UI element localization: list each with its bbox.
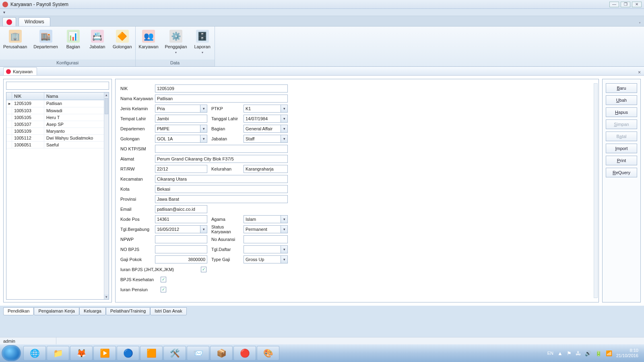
date-tgl-daftar[interactable]: ▾ bbox=[244, 245, 288, 253]
table-row[interactable]: 1005112Dwi Wahyu Sudiatmoko bbox=[6, 135, 109, 142]
chevron-down-icon[interactable]: ▾ bbox=[281, 225, 288, 233]
minimize-button[interactable]: — bbox=[609, 2, 619, 7]
field-kelurahan[interactable]: Karangraharja bbox=[244, 165, 288, 173]
field-kecamatan[interactable]: Cikarang Utara bbox=[155, 175, 288, 183]
field-rtrw[interactable]: 22/12 bbox=[155, 165, 207, 173]
tray-network-icon[interactable]: 🖧 bbox=[576, 350, 581, 356]
field-kota[interactable]: Bekasi bbox=[155, 185, 288, 193]
field-gaji-pokok[interactable]: 3800000 bbox=[155, 255, 207, 263]
ribbon-item-penggajian[interactable]: ⚙️Penggajian▾ bbox=[162, 28, 190, 60]
taskbar-explorer-icon[interactable]: 📁 bbox=[47, 346, 69, 360]
chevron-down-icon[interactable]: ▾ bbox=[200, 135, 207, 143]
date-tanggal-lahir[interactable]: 14/07/1984▾ bbox=[244, 115, 288, 123]
tray-volume-icon[interactable]: 🔊 bbox=[585, 350, 591, 356]
table-row[interactable]: 1006051Saeful bbox=[6, 142, 109, 148]
chevron-down-icon[interactable]: ▾ bbox=[281, 245, 288, 253]
combo-departemen[interactable]: PMPE▾ bbox=[155, 125, 207, 133]
search-input[interactable] bbox=[6, 82, 109, 90]
field-alamat[interactable]: Perum Grand Cikarang City Blok F37/5 bbox=[155, 155, 288, 163]
ribbon-item-departemen[interactable]: 🏬Departemen bbox=[30, 28, 61, 60]
detail-tab[interactable]: Pendidikan bbox=[3, 307, 34, 315]
ubah-button[interactable]: Ubah bbox=[606, 95, 637, 105]
combo-jabatan[interactable]: Staff▾ bbox=[244, 135, 288, 143]
tray-clock[interactable]: 8:10 21/10/2016 bbox=[616, 348, 638, 358]
col-header-nama[interactable]: Nama bbox=[44, 93, 109, 100]
close-button[interactable]: ✕ bbox=[632, 2, 642, 7]
table-row[interactable]: 1005109Maryanto bbox=[6, 128, 109, 135]
field-kode-pos[interactable]: 14361 bbox=[155, 215, 207, 223]
tray-action-center-icon[interactable]: ⚑ bbox=[567, 350, 572, 356]
chevron-down-icon[interactable]: ▾ bbox=[281, 125, 288, 133]
taskbar-media-icon[interactable]: ▶️ bbox=[93, 346, 116, 360]
baru-button[interactable]: Baru bbox=[606, 83, 637, 93]
scroll-thumb[interactable] bbox=[105, 98, 108, 114]
ribbon-collapse-icon[interactable]: ˅ bbox=[639, 22, 641, 26]
chevron-down-icon[interactable]: ▾ bbox=[281, 115, 288, 123]
chevron-down-icon[interactable]: ▾ bbox=[281, 255, 288, 263]
scroll-up-icon[interactable]: ▴ bbox=[104, 93, 109, 97]
chevron-down-icon[interactable]: ▾ bbox=[200, 125, 207, 133]
field-ktp[interactable] bbox=[155, 145, 288, 153]
field-nik[interactable]: 1205109 bbox=[155, 84, 288, 93]
chevron-down-icon[interactable]: ▾ bbox=[281, 135, 288, 143]
taskbar-xampp-icon[interactable]: 🟧 bbox=[140, 346, 163, 360]
qat-dropdown-icon[interactable]: ▾ bbox=[3, 10, 5, 14]
tray-flag-icon[interactable]: ▲ bbox=[557, 350, 563, 356]
combo-ptkp[interactable]: K1▾ bbox=[244, 105, 288, 113]
hapus-button[interactable]: Hapus bbox=[606, 107, 637, 117]
ribbon-item-jabatan[interactable]: 📇Jabatan bbox=[85, 28, 109, 60]
taskbar-payroll-icon[interactable]: 🔴 bbox=[233, 346, 256, 360]
check-iuran-bpjs[interactable]: ✓ bbox=[201, 267, 206, 272]
document-tab-karyawan[interactable]: Karyawan bbox=[3, 67, 37, 75]
form-scrollbar[interactable] bbox=[594, 83, 598, 298]
field-npwp[interactable] bbox=[155, 235, 207, 243]
tray-wifi-icon[interactable]: 📶 bbox=[606, 350, 612, 356]
field-provinsi[interactable]: Jawa Barat bbox=[155, 195, 288, 203]
simpan-button[interactable]: Simpan bbox=[606, 119, 637, 129]
check-bpjs-kesehatan[interactable]: ✓ bbox=[161, 277, 166, 282]
ribbon-item-bagian[interactable]: 📊Bagian bbox=[61, 28, 85, 60]
ribbon-item-golongan[interactable]: 🔶Golongan bbox=[109, 28, 135, 60]
combo-status-karyawan[interactable]: Permanent▾ bbox=[244, 225, 288, 233]
taskbar-ie-icon[interactable]: 🌐 bbox=[23, 346, 46, 360]
taskbar-chrome-icon[interactable]: 🔵 bbox=[117, 346, 139, 360]
combo-bagian[interactable]: General Affair▾ bbox=[244, 125, 288, 133]
start-button[interactable] bbox=[2, 345, 21, 361]
table-row[interactable]: 1005105Heru T bbox=[6, 114, 109, 121]
taskbar-firefox-icon[interactable]: 🦊 bbox=[70, 346, 93, 360]
print-button[interactable]: Print bbox=[606, 156, 637, 165]
combo-jenis-kelamin[interactable]: Pria▾ bbox=[155, 105, 207, 113]
taskbar-tool-icon[interactable]: 🛠️ bbox=[163, 346, 186, 360]
table-row[interactable]: 1005103Miswadi bbox=[6, 107, 109, 114]
batal-button[interactable]: Batal bbox=[606, 132, 637, 141]
field-no-bpjs[interactable] bbox=[155, 245, 207, 253]
ribbon-tab-windows[interactable]: Windows bbox=[19, 17, 50, 26]
detail-tab[interactable]: Pelatihan/Training bbox=[106, 307, 150, 315]
field-no-asuransi[interactable] bbox=[244, 235, 288, 243]
combo-golongan[interactable]: GOL 1A▾ bbox=[155, 135, 207, 143]
chevron-down-icon[interactable]: ▾ bbox=[281, 105, 288, 113]
taskbar-mail-icon[interactable]: 📨 bbox=[187, 346, 209, 360]
check-iuran-pensiun[interactable]: ✓ bbox=[161, 287, 166, 292]
grid-scrollbar[interactable]: ▴ ▾ bbox=[104, 93, 109, 299]
ribbon-item-laporan[interactable]: 🗄️Laporan▾ bbox=[190, 28, 215, 60]
chevron-down-icon[interactable]: ▾ bbox=[281, 215, 288, 223]
chevron-down-icon[interactable]: ▾ bbox=[200, 225, 207, 233]
detail-tab[interactable]: Keluarga bbox=[79, 307, 106, 315]
table-row[interactable]: ▸1205109Patlisan bbox=[6, 100, 109, 107]
field-email[interactable]: patlisan@aicc.co.id bbox=[155, 205, 207, 213]
detail-tab[interactable]: Pengalaman Kerja bbox=[34, 307, 79, 315]
date-tgl-bergabung[interactable]: 16/05/2012▾ bbox=[155, 225, 207, 233]
combo-type-gaji[interactable]: Gross Up▾ bbox=[244, 255, 288, 263]
field-nama[interactable]: Patlisan bbox=[155, 95, 288, 103]
combo-agama[interactable]: Islam▾ bbox=[244, 215, 288, 223]
chevron-down-icon[interactable]: ▾ bbox=[200, 105, 207, 113]
detail-tab[interactable]: Istri Dan Anak bbox=[150, 307, 186, 315]
requery-button[interactable]: ReQuery bbox=[606, 168, 637, 177]
table-row[interactable]: 1005107Asep SP bbox=[6, 121, 109, 128]
taskbar-app2-icon[interactable]: 📦 bbox=[210, 346, 233, 360]
ribbon-item-perusahaan[interactable]: 🏢Perusahaan bbox=[0, 28, 30, 60]
document-tab-close-icon[interactable]: × bbox=[638, 70, 641, 75]
taskbar-paint-icon[interactable]: 🎨 bbox=[257, 346, 279, 360]
col-header-nik[interactable]: NIK bbox=[12, 93, 44, 100]
